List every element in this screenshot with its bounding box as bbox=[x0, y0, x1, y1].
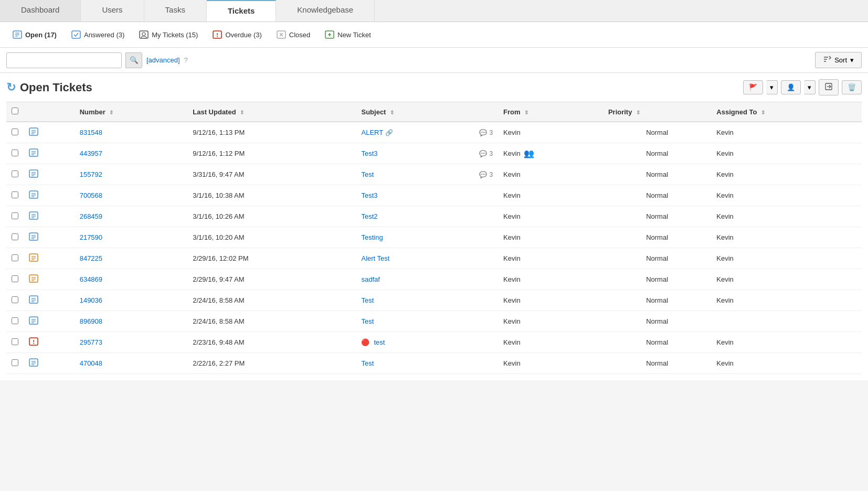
ticket-subject-link[interactable]: Test bbox=[361, 359, 374, 367]
advanced-search-link[interactable]: [advanced] bbox=[146, 56, 180, 64]
ticket-number-link[interactable]: 443957 bbox=[80, 150, 102, 157]
row-number-cell: 268459 bbox=[75, 206, 188, 227]
ticket-subject-link[interactable]: Test2 bbox=[361, 212, 377, 220]
row-checkbox[interactable] bbox=[12, 338, 18, 345]
my-tickets-btn[interactable]: My Tickets (15) bbox=[133, 26, 203, 43]
action-buttons: 🚩 ▾ 👤 ▾ 🗑️ bbox=[743, 79, 862, 95]
ticket-subject-link[interactable]: Alert Test bbox=[361, 254, 389, 262]
row-updated-cell: 2/23/16, 9:48 AM bbox=[187, 332, 356, 353]
ticket-number-link[interactable]: 831548 bbox=[80, 129, 102, 136]
th-from[interactable]: From ⇕ bbox=[498, 102, 603, 122]
ticket-number-link[interactable]: 217590 bbox=[80, 233, 102, 241]
ticket-subject-link[interactable]: Test bbox=[361, 296, 374, 304]
row-from-cell: Kevin bbox=[498, 353, 603, 374]
ticket-subject-link[interactable]: test bbox=[374, 338, 385, 346]
row-updated-cell: 2/24/16, 8:58 AM bbox=[187, 290, 356, 311]
row-checkbox[interactable] bbox=[12, 296, 18, 303]
table-row: 295773 2/23/16, 9:48 AM 🔴test Kevin Norm… bbox=[6, 332, 862, 353]
ticket-number-link[interactable]: 149036 bbox=[80, 296, 102, 304]
new-ticket-icon bbox=[324, 29, 335, 40]
row-subject-cell: Test bbox=[356, 353, 498, 374]
ticket-number-link[interactable]: 295773 bbox=[80, 338, 102, 346]
row-checkbox-cell bbox=[6, 206, 24, 227]
ticket-number-link[interactable]: 847225 bbox=[80, 254, 102, 262]
edit-icon[interactable]: 🔗 bbox=[385, 129, 393, 136]
row-assigned-cell: Kevin bbox=[711, 269, 862, 290]
nav-users[interactable]: Users bbox=[81, 0, 144, 22]
search-row: 🔍 [advanced] ? Sort ▾ bbox=[0, 48, 868, 73]
row-checkbox[interactable] bbox=[12, 317, 18, 324]
delete-button[interactable]: 🗑️ bbox=[842, 80, 862, 94]
row-icon-cell bbox=[24, 164, 75, 185]
select-all-checkbox[interactable] bbox=[12, 108, 18, 114]
row-checkbox[interactable] bbox=[12, 359, 18, 366]
ticket-type-icon bbox=[29, 151, 38, 159]
ticket-number-link[interactable]: 268459 bbox=[80, 212, 102, 220]
from-name: Kevin bbox=[503, 150, 521, 157]
row-updated-cell: 2/29/16, 9:47 AM bbox=[187, 269, 356, 290]
svg-rect-5 bbox=[140, 31, 148, 38]
row-assigned-cell: Kevin bbox=[711, 143, 862, 164]
assign-button[interactable]: 👤 bbox=[781, 80, 801, 94]
nav-dashboard[interactable]: Dashboard bbox=[0, 0, 81, 22]
nav-knowledgebase[interactable]: Knowledgebase bbox=[276, 0, 375, 22]
row-subject-cell: Test bbox=[356, 311, 498, 332]
help-icon[interactable]: ? bbox=[184, 56, 188, 64]
ticket-subject-link[interactable]: Test bbox=[361, 317, 374, 325]
ticket-number-link[interactable]: 470048 bbox=[80, 359, 102, 367]
ticket-number-link[interactable]: 700568 bbox=[80, 191, 102, 199]
nav-tickets[interactable]: Tickets bbox=[207, 0, 276, 22]
row-subject-cell: Testing bbox=[356, 227, 498, 248]
ticket-subject-link[interactable]: Testing bbox=[361, 233, 383, 241]
ticket-number-link[interactable]: 634869 bbox=[80, 275, 102, 283]
table-row: 470048 2/22/16, 2:27 PM Test Kevin Norma… bbox=[6, 353, 862, 374]
ticket-subject-link[interactable]: sadfaf bbox=[361, 275, 379, 283]
new-ticket-btn[interactable]: New Ticket bbox=[319, 26, 376, 43]
row-number-cell: 149036 bbox=[75, 290, 188, 311]
th-priority[interactable]: Priority ⇕ bbox=[603, 102, 711, 122]
row-checkbox[interactable] bbox=[12, 170, 18, 177]
row-from-cell: Kevin👥 bbox=[498, 143, 603, 164]
search-input[interactable] bbox=[6, 52, 122, 68]
from-name: Kevin bbox=[503, 170, 521, 178]
group-icon: 👥 bbox=[524, 148, 534, 158]
from-name: Kevin bbox=[503, 233, 521, 241]
from-name: Kevin bbox=[503, 317, 521, 325]
row-assigned-cell: Kevin bbox=[711, 164, 862, 185]
svg-rect-37 bbox=[29, 212, 38, 219]
ticket-number-link[interactable]: 896908 bbox=[80, 317, 102, 325]
row-assigned-cell: Kevin bbox=[711, 248, 862, 269]
th-last-updated[interactable]: Last Updated ⇕ bbox=[187, 102, 356, 122]
ticket-subject-link[interactable]: Test bbox=[361, 170, 374, 178]
th-number[interactable]: Number ⇕ bbox=[75, 102, 188, 122]
ticket-subject-link[interactable]: Test3 bbox=[361, 191, 377, 199]
row-checkbox[interactable] bbox=[12, 233, 18, 240]
refresh-icon[interactable]: ↻ bbox=[6, 81, 16, 94]
ticket-subject-link[interactable]: ALERT bbox=[361, 129, 383, 136]
row-checkbox[interactable] bbox=[12, 212, 18, 219]
row-checkbox[interactable] bbox=[12, 150, 18, 156]
answered-tickets-btn[interactable]: Answered (3) bbox=[65, 26, 130, 43]
nav-tasks[interactable]: Tasks bbox=[144, 0, 207, 22]
open-tickets-btn[interactable]: Open (17) bbox=[6, 26, 62, 43]
ticket-subject-link[interactable]: Test3 bbox=[361, 150, 377, 157]
th-assigned[interactable]: Assigned To ⇕ bbox=[711, 102, 862, 122]
th-subject[interactable]: Subject ⇕ bbox=[356, 102, 498, 122]
row-checkbox[interactable] bbox=[12, 254, 18, 261]
assign-dropdown-button[interactable]: ▾ bbox=[804, 80, 816, 94]
flag-button[interactable]: 🚩 bbox=[743, 80, 763, 94]
svg-rect-29 bbox=[29, 170, 38, 177]
closed-tickets-btn[interactable]: Closed bbox=[270, 26, 315, 43]
number-sort-icon: ⇕ bbox=[109, 110, 113, 115]
overdue-tickets-btn[interactable]: Overdue (3) bbox=[206, 26, 267, 43]
row-checkbox[interactable] bbox=[12, 275, 18, 282]
flag-dropdown-button[interactable]: ▾ bbox=[766, 80, 778, 94]
th-icon bbox=[24, 102, 75, 122]
row-checkbox[interactable] bbox=[12, 129, 18, 135]
search-button[interactable]: 🔍 bbox=[125, 52, 142, 68]
row-checkbox[interactable] bbox=[12, 191, 18, 198]
svg-rect-57 bbox=[29, 317, 38, 324]
ticket-number-link[interactable]: 155792 bbox=[80, 170, 102, 178]
export-button[interactable] bbox=[819, 79, 839, 95]
sort-button[interactable]: Sort ▾ bbox=[815, 52, 862, 68]
